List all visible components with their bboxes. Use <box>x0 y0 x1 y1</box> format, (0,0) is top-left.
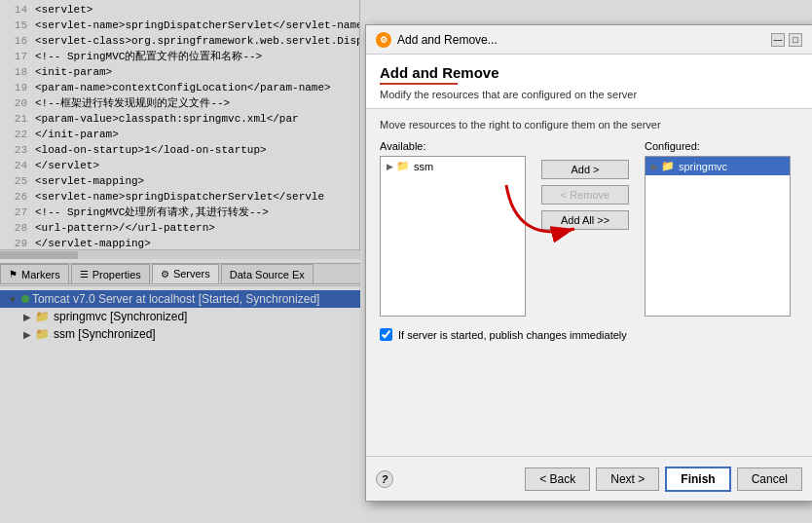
configured-listbox[interactable]: ▶📁springmvc <box>645 156 791 317</box>
list-item-label: springmvc <box>679 161 727 172</box>
modal-body: Move resources to the right to configure… <box>366 109 812 351</box>
back-button[interactable]: < Back <box>525 467 590 491</box>
list-item-label: ssm <box>414 161 433 172</box>
list-item-expand: ▶ <box>651 162 658 171</box>
available-listbox[interactable]: ▶📁ssm <box>380 156 526 317</box>
modal-header-title: Add and Remove <box>380 64 798 81</box>
modal-window-controls: — □ <box>771 33 802 47</box>
list-item-icon: 📁 <box>661 160 675 172</box>
finish-button[interactable]: Finish <box>665 467 730 492</box>
footer-left: ? <box>376 470 393 488</box>
modal-title-left: ⚙ Add and Remove... <box>376 32 498 48</box>
modal-dialog: ⚙ Add and Remove... — □ Add and Remove M… <box>365 24 812 502</box>
next-button[interactable]: Next > <box>596 467 659 491</box>
resource-columns: Available: ▶📁ssm Add > < Remove Add All … <box>380 140 798 317</box>
cancel-button[interactable]: Cancel <box>737 467 802 491</box>
minimize-button[interactable]: — <box>771 33 785 47</box>
available-list-item[interactable]: ▶📁ssm <box>381 157 525 175</box>
configured-column: Configured: ▶📁springmvc <box>645 140 791 317</box>
modal-instruction: Move resources to the right to configure… <box>380 119 798 131</box>
remove-button[interactable]: < Remove <box>541 185 629 205</box>
header-underline <box>380 83 458 85</box>
publish-checkbox[interactable] <box>380 328 392 341</box>
add-button[interactable]: Add > <box>541 160 629 179</box>
modal-footer: ? < Back Next > Finish Cancel <box>366 456 812 501</box>
help-button[interactable]: ? <box>376 470 393 488</box>
modal-header: Add and Remove Modify the resources that… <box>366 55 812 109</box>
modal-titlebar: ⚙ Add and Remove... — □ <box>366 25 812 55</box>
modal-dialog-icon: ⚙ <box>376 32 391 48</box>
publish-checkbox-label: If server is started, publish changes im… <box>398 329 627 341</box>
modal-title-text: Add and Remove... <box>397 33 498 47</box>
configured-label: Configured: <box>645 140 791 152</box>
available-column: Available: ▶📁ssm <box>380 140 526 317</box>
available-label: Available: <box>380 140 526 152</box>
configured-list-item[interactable]: ▶📁springmvc <box>646 157 790 175</box>
list-item-icon: 📁 <box>396 160 410 172</box>
publish-checkbox-row: If server is started, publish changes im… <box>380 328 798 341</box>
add-all-button[interactable]: Add All >> <box>541 210 629 230</box>
maximize-button[interactable]: □ <box>789 33 802 47</box>
modal-header-desc: Modify the resources that are configured… <box>380 89 798 100</box>
transfer-buttons: Add > < Remove Add All >> <box>535 160 635 230</box>
list-item-expand: ▶ <box>387 162 393 171</box>
